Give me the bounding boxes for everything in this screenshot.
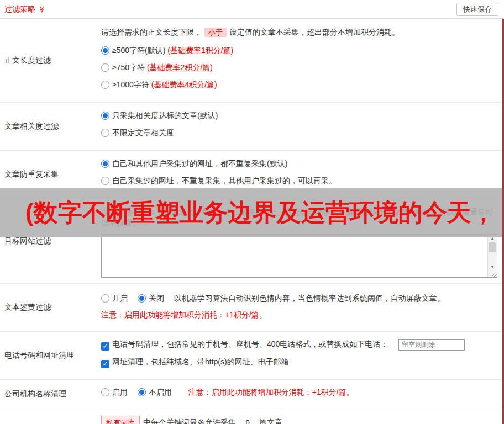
length-option-750[interactable]: ≥750字符 (基础费率2积分/篇) xyxy=(101,62,498,72)
dedup-option-global-label: 自己和其他用户采集过的网址，都不重复采集(默认) xyxy=(112,159,287,168)
porn-filter-desc: 以机器学习算法自动识别色情内容，当色情概率达到系统阈值，自动屏蔽文章。 xyxy=(174,294,445,303)
row-company-clean: 公司机构名称清理 启用 不启用 注意：启用此功能将增加积分消耗：+1积分/篇。 xyxy=(0,380,504,409)
url-clean-text: 网址清理，包括纯域名、带http(s)的网址、电子邮箱 xyxy=(112,357,289,366)
filter-strategy-title[interactable]: 过滤策略 ≫ xyxy=(4,4,45,14)
watermark-text: (数字不断重塑业务边界及运营环境的今天， xyxy=(25,197,496,229)
chevron-down-icon: ≫ xyxy=(38,6,46,13)
company-option-off-label: 不启用 xyxy=(149,388,172,396)
radio-dedup-global-icon[interactable] xyxy=(101,160,109,168)
length-filter-intro: 请选择需求的正文长度下限，小于设定值的文章不采集，超出部分不增加积分消耗。 xyxy=(101,26,498,38)
textarea-scrollbar[interactable]: ▲ ▼ xyxy=(487,235,497,277)
relevance-option-strict[interactable]: 只采集相关度达标的文章(默认) xyxy=(101,110,498,120)
phone-clean-checkbox[interactable]: 电话号码清理，包括常见的手机号、座机号、400电话格式，或替换成如下电话： xyxy=(101,338,388,351)
length-option-1000[interactable]: ≥1000字符 (基础费率4积分/篇) xyxy=(101,80,498,89)
radio-company-on-icon[interactable] xyxy=(101,388,109,396)
dedup-option-self-label: 自己采集过的网址，不重复采集，其他用户采集过的，可以再采。 xyxy=(112,176,337,185)
porn-filter-note: 注意：启用此功能将增加积分消耗：+1积分/篇。 xyxy=(101,309,498,320)
row-relevance-filter: 文章相关度过滤 只采集相关度达标的文章(默认) 不限定文章相关度 xyxy=(0,103,504,151)
length-option-750-fee: (基础费率2积分/篇) xyxy=(147,63,213,72)
relevance-option-any[interactable]: 不限定文章相关度 xyxy=(101,128,498,137)
length-option-1000-fee: (基础费率4积分/篇) xyxy=(151,80,217,89)
length-option-1000-label: ≥1000字符 xyxy=(112,80,151,89)
porn-option-off[interactable]: 关闭 xyxy=(138,293,164,304)
radio-porn-off-icon[interactable] xyxy=(138,294,146,303)
relevance-option-strict-label: 只采集相关度达标的文章(默认) xyxy=(112,111,218,120)
topbar: 过滤策略 ≫ 快速保存 xyxy=(0,0,504,19)
keyword-limit-text: 中每个关键词最多允许采集 xyxy=(143,418,236,424)
company-option-on-label: 启用 xyxy=(112,388,128,396)
radio-dedup-self-icon[interactable] xyxy=(101,177,109,185)
dedup-option-global[interactable]: 自己和其他用户采集过的网址，都不重复采集(默认) xyxy=(101,158,498,168)
row-porn-filter: 文本鉴黄过滤 开启 关闭 以机器学习算法自动识别色情内容，当色情概率达到系统阈值… xyxy=(0,284,504,332)
company-option-off[interactable]: 不启用 xyxy=(138,386,172,398)
relevance-option-any-label: 不限定文章相关度 xyxy=(112,128,174,137)
checkbox-phone-clean-icon[interactable] xyxy=(101,342,109,351)
radio-porn-on-icon[interactable] xyxy=(101,294,109,303)
radio-relevance-strict-icon[interactable] xyxy=(101,112,109,120)
private-lexicon-tag: 私有词库 xyxy=(101,416,140,424)
intro-text-before: 请选择需求的正文长度下限， xyxy=(101,28,202,36)
length-option-500[interactable]: ≥500字符(默认) (基础费率1积分/篇) xyxy=(101,45,498,55)
phone-url-clean-label: 电话号码和网址清理 xyxy=(0,332,98,379)
company-clean-note: 注意：启用此功能将增加积分消耗：+1积分/篇。 xyxy=(188,388,354,396)
porn-option-off-label: 关闭 xyxy=(149,294,164,303)
row-length-filter: 正文长度过滤 请选择需求的正文长度下限，小于设定值的文章不采集，超出部分不增加积… xyxy=(0,19,504,103)
excluded-sites-textarea-wrap: ▲ ▼ xyxy=(101,234,497,278)
length-option-500-fee: (基础费率1积分/篇) xyxy=(167,46,233,55)
porn-filter-label: 文本鉴黄过滤 xyxy=(0,284,98,331)
dedup-option-self[interactable]: 自己采集过的网址，不重复采集，其他用户采集过的，可以再采。 xyxy=(101,176,498,186)
radio-company-off-icon[interactable] xyxy=(138,388,146,396)
keyword-limit-input[interactable] xyxy=(239,417,256,424)
scroll-down-icon[interactable]: ▼ xyxy=(490,264,495,269)
url-clean-checkbox[interactable]: 网址清理，包括纯域名、带http(s)的网址、电子邮箱 xyxy=(101,356,289,368)
phone-replace-input[interactable] xyxy=(398,339,465,351)
relevance-filter-label: 文章相关度过滤 xyxy=(0,103,98,150)
row-keyword-dedup: 关键词防重复采集 私有词库中每个关键词最多允许采集篇文章。 如果留空或设为0，则… xyxy=(0,409,504,424)
quick-save-button[interactable]: 快速保存 xyxy=(456,3,498,16)
radio-relevance-any-icon[interactable] xyxy=(101,129,109,137)
intro-text-after: 设定值的文章不采集，超出部分不增加积分消耗。 xyxy=(229,28,400,36)
excluded-sites-textarea[interactable] xyxy=(102,235,487,277)
keyword-limit-text-end: 篇文章。 xyxy=(259,418,290,424)
radio-length-500-icon[interactable] xyxy=(101,46,109,55)
length-filter-label: 正文长度过滤 xyxy=(0,19,98,102)
company-clean-label: 公司机构名称清理 xyxy=(0,380,98,409)
row-phone-url-clean: 电话号码和网址清理 电话号码清理，包括常见的手机号、座机号、400电话格式，或替… xyxy=(0,332,504,380)
scrollbar-thumb[interactable] xyxy=(489,242,496,252)
porn-option-on-label: 开启 xyxy=(112,294,128,303)
porn-option-on[interactable]: 开启 xyxy=(101,293,128,304)
keyword-dedup-label: 关键词防重复采集 xyxy=(0,409,98,424)
radio-length-750-icon[interactable] xyxy=(101,63,109,72)
phone-clean-text: 电话号码清理，包括常见的手机号、座机号、400电话格式，或替换成如下电话： xyxy=(112,340,388,348)
length-option-750-label: ≥750字符 xyxy=(112,63,147,72)
radio-length-1000-icon[interactable] xyxy=(101,81,109,89)
watermark-overlay: (数字不断重塑业务边界及运营环境的今天， xyxy=(0,188,504,237)
page-title: 过滤策略 xyxy=(4,4,35,13)
checkbox-url-clean-icon[interactable] xyxy=(101,360,109,368)
company-option-on[interactable]: 启用 xyxy=(101,386,128,398)
less-than-highlight: 小于 xyxy=(204,28,227,37)
length-option-500-label: ≥500字符(默认) xyxy=(112,46,167,55)
